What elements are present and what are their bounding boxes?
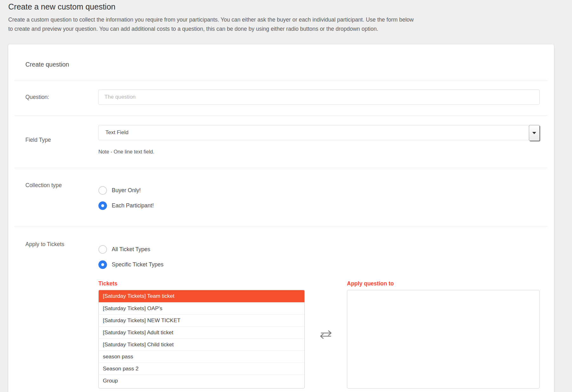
radio-buyer-only[interactable]: Buyer Only! [98,186,540,195]
page-description-line-2: to create and preview your question. You… [8,24,564,34]
ticket-option[interactable]: Season pass 2 [99,363,304,375]
radio-each-participant[interactable]: Each Participant! [98,201,540,210]
radio-circle[interactable] [98,260,107,269]
ticket-option[interactable]: [Saturday Tickets] Team ticket [99,290,304,302]
question-row: Question: [8,81,554,115]
ticket-option[interactable]: [Saturday Tickets] NEW TICKET [99,314,304,326]
tickets-list[interactable]: [Saturday Tickets] Team ticket [Saturday… [98,290,305,389]
apply-to-tickets-row: Apply to Tickets All Ticket Types Specif… [8,226,554,389]
collection-type-label: Collection type [25,182,98,210]
radio-circle[interactable] [98,201,107,210]
field-type-select[interactable]: Text Field [98,125,540,140]
select-dropdown-button[interactable] [529,125,540,141]
ticket-option[interactable]: [Saturday Tickets] Adult ticket [99,326,304,338]
radio-label: Buyer Only! [112,187,141,194]
tickets-heading: Tickets [98,280,305,287]
ticket-option[interactable]: [Saturday Tickets] OAP's [99,302,304,314]
create-question-heading: Create question [8,44,554,81]
chevron-down-icon [532,132,536,134]
radio-all-ticket-types[interactable]: All Ticket Types [98,245,540,254]
radio-label: All Ticket Types [112,246,150,253]
create-question-panel: Create question Question: Field Type Tex… [8,44,554,392]
field-type-selected-value: Text Field [99,129,129,136]
field-type-note: Note - One line text field. [98,149,540,155]
apply-question-to-heading: Apply question to [347,280,540,287]
ticket-option[interactable]: [Saturday Tickets] Child ticket [99,338,304,350]
radio-specific-ticket-types[interactable]: Specific Ticket Types [98,260,540,269]
question-input[interactable] [98,89,540,105]
page-description: Create a custom question to collect the … [8,15,564,34]
page-title: Create a new custom question [8,2,564,11]
field-type-row: Field Type Text Field Note - One line te… [8,116,554,168]
page-description-line-1: Create a custom question to collect the … [8,15,564,24]
apply-question-to-list[interactable] [347,290,540,389]
field-type-label: Field Type [25,136,98,143]
radio-circle[interactable] [98,245,107,254]
radio-label: Each Participant! [112,202,154,209]
ticket-transfer-widget: Tickets [Saturday Tickets] Team ticket [… [98,280,540,389]
question-label: Question: [25,94,98,101]
left-right-arrows-icon [319,330,333,340]
radio-label: Specific Ticket Types [112,261,163,268]
ticket-option[interactable]: Group [99,375,304,387]
collection-type-row: Collection type Buyer Only! Each Partici… [8,168,554,226]
ticket-option[interactable]: season pass [99,350,304,363]
apply-to-tickets-label: Apply to Tickets [25,241,98,389]
radio-circle[interactable] [98,186,107,195]
